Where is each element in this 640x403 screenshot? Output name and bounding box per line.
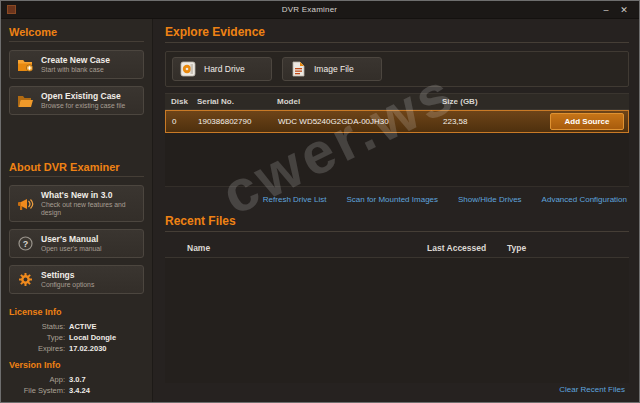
gear-icon bbox=[16, 272, 34, 288]
main-panel: cwer.ws Explore Evidence Hard Drive bbox=[153, 19, 639, 402]
version-filesystem-label: File System: bbox=[9, 385, 65, 396]
license-expires-value: 17.02.2030 bbox=[69, 343, 144, 354]
titlebar: DVR Examiner – ✕ bbox=[1, 1, 639, 19]
sidebar: Welcome Create New Case Start with blank… bbox=[1, 19, 153, 402]
version-app-label: App: bbox=[9, 374, 65, 385]
scan-mounted-images-link[interactable]: Scan for Mounted Images bbox=[346, 195, 438, 204]
hard-drive-icon bbox=[179, 61, 197, 77]
license-expires-label: Expires: bbox=[9, 343, 65, 354]
drives-header-serial: Serial No. bbox=[197, 97, 277, 106]
version-info-heading: Version Info bbox=[9, 360, 144, 370]
minimize-button[interactable]: – bbox=[597, 3, 615, 17]
recent-header-type: Type bbox=[507, 243, 629, 253]
drives-header-size: Size (GB) bbox=[442, 97, 551, 106]
folder-open-icon bbox=[16, 93, 34, 109]
settings-sublabel: Configure options bbox=[41, 281, 94, 289]
recent-header-last-accessed: Last Accessed bbox=[427, 243, 507, 253]
drive-model: WDC WD5240G2GDA-00JH30 bbox=[278, 117, 443, 126]
license-expires-row: Expires: 17.02.2030 bbox=[9, 343, 144, 354]
drive-size: 223,58 bbox=[443, 117, 550, 126]
drives-header-disk: Disk bbox=[171, 97, 197, 106]
image-file-label: Image File bbox=[314, 64, 354, 74]
users-manual-label: User's Manual bbox=[41, 234, 102, 245]
open-existing-case-button[interactable]: Open Existing Case Browse for existing c… bbox=[9, 86, 144, 115]
about-heading: About DVR Examiner bbox=[9, 161, 144, 177]
welcome-heading: Welcome bbox=[9, 26, 144, 42]
drives-table-header: Disk Serial No. Model Size (GB) bbox=[165, 93, 629, 110]
open-existing-case-label: Open Existing Case bbox=[41, 91, 125, 102]
advanced-configuration-link[interactable]: Advanced Configuration bbox=[542, 195, 627, 204]
whats-new-sublabel: Check out new features and design bbox=[41, 201, 137, 217]
version-app-value: 3.0.7 bbox=[69, 374, 144, 385]
window-title: DVR Examiner bbox=[22, 5, 597, 14]
folder-plus-icon bbox=[16, 57, 34, 73]
image-file-icon bbox=[289, 61, 307, 77]
license-info-heading: License Info bbox=[9, 307, 144, 317]
hard-drive-label: Hard Drive bbox=[204, 64, 245, 74]
version-filesystem-value: 3.4.24 bbox=[69, 385, 144, 396]
create-new-case-label: Create New Case bbox=[41, 55, 110, 66]
source-buttons-panel: Hard Drive Image File bbox=[165, 51, 629, 87]
close-button[interactable]: ✕ bbox=[615, 3, 633, 17]
create-new-case-button[interactable]: Create New Case Start with blank case bbox=[9, 50, 144, 79]
footer: Clear Recent Files bbox=[165, 383, 629, 396]
explore-evidence-heading: Explore Evidence bbox=[165, 25, 629, 43]
recent-files-table-header: Name Last Accessed Type bbox=[165, 240, 629, 258]
clear-recent-files-link[interactable]: Clear Recent Files bbox=[559, 385, 625, 394]
license-status-label: Status: bbox=[9, 321, 65, 332]
settings-button[interactable]: Settings Configure options bbox=[9, 265, 144, 294]
recent-header-name: Name bbox=[187, 243, 427, 253]
drive-disk: 0 bbox=[172, 117, 198, 126]
open-existing-case-sublabel: Browse for existing case file bbox=[41, 102, 125, 110]
recent-files-empty-area bbox=[165, 258, 629, 383]
settings-label: Settings bbox=[41, 270, 94, 281]
window-body: Welcome Create New Case Start with blank… bbox=[1, 19, 639, 402]
drives-table-empty-area bbox=[165, 133, 629, 187]
svg-text:?: ? bbox=[22, 239, 28, 249]
show-hide-drives-link[interactable]: Show/Hide Drives bbox=[458, 195, 522, 204]
add-source-button[interactable]: Add Source bbox=[550, 113, 624, 130]
dvr-examiner-window: DVR Examiner – ✕ Welcome Create New Case bbox=[0, 0, 640, 403]
license-status-value: ACTIVE bbox=[69, 321, 144, 332]
question-icon: ? bbox=[16, 236, 34, 252]
license-status-row: Status: ACTIVE bbox=[9, 321, 144, 332]
users-manual-button[interactable]: ? User's Manual Open user's manual bbox=[9, 229, 144, 258]
drives-header-model: Model bbox=[277, 97, 442, 106]
users-manual-sublabel: Open user's manual bbox=[41, 245, 102, 253]
create-new-case-sublabel: Start with blank case bbox=[41, 66, 110, 74]
drive-row[interactable]: 0 190386802790 WDC WD5240G2GDA-00JH30 22… bbox=[165, 110, 629, 133]
license-type-value: Local Dongle bbox=[69, 332, 144, 343]
license-type-label: Type: bbox=[9, 332, 65, 343]
megaphone-icon bbox=[16, 196, 34, 212]
whats-new-label: What's New in 3.0 bbox=[41, 190, 137, 201]
image-file-button[interactable]: Image File bbox=[282, 57, 382, 81]
drive-links: Refresh Drive List Scan for Mounted Imag… bbox=[165, 195, 627, 204]
version-app-row: App: 3.0.7 bbox=[9, 374, 144, 385]
refresh-drive-list-link[interactable]: Refresh Drive List bbox=[263, 195, 327, 204]
recent-files-heading: Recent Files bbox=[165, 214, 629, 232]
version-filesystem-row: File System: 3.4.24 bbox=[9, 385, 144, 396]
app-icon bbox=[7, 5, 16, 14]
license-type-row: Type: Local Dongle bbox=[9, 332, 144, 343]
hard-drive-button[interactable]: Hard Drive bbox=[172, 57, 272, 81]
whats-new-button[interactable]: What's New in 3.0 Check out new features… bbox=[9, 185, 144, 222]
drive-serial: 190386802790 bbox=[198, 117, 278, 126]
